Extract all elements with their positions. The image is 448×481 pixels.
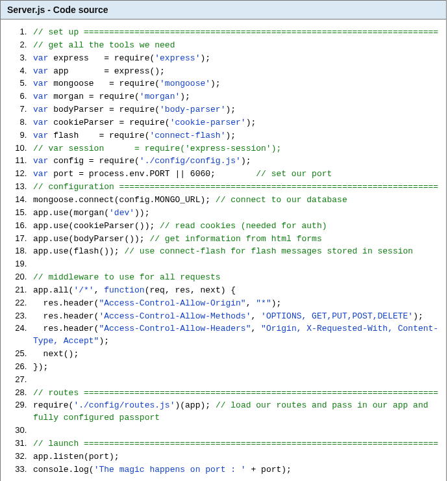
code-token: + port); [246, 465, 292, 474]
code-token: mongoose.connect(config.MONGO_URL); [33, 195, 216, 205]
code-line: var config = require('./config/config.js… [29, 155, 441, 168]
code-token: "*" [256, 298, 271, 308]
code-token: app.listen(port); [33, 452, 119, 462]
code-token: var [33, 131, 48, 140]
code-token: './config/routes.js' [73, 400, 175, 410]
code-token: , [246, 298, 256, 308]
code-token: }); [33, 362, 48, 372]
code-token: // set up ==============================… [33, 27, 438, 37]
code-token: // get information from html forms [149, 234, 321, 244]
code-token: var [33, 53, 48, 63]
code-line [29, 374, 441, 387]
code-line: }); [29, 361, 441, 374]
code-token: ); [241, 156, 251, 166]
code-token: var [33, 169, 48, 179]
code-token: (req, res, next) { [145, 285, 236, 295]
code-token: ); [246, 118, 256, 127]
code-token: morgan = require( [48, 92, 139, 101]
code-line: app.all('/*', function(req, res, next) { [29, 284, 441, 297]
code-token: port = process.env.PORT || 6060; [48, 169, 256, 179]
code-token: var [33, 118, 48, 127]
code-list: // set up ==============================… [6, 26, 441, 476]
code-token: var [33, 156, 48, 166]
code-line: var app = express(); [29, 65, 441, 78]
code-token: bodyParser = require( [48, 105, 160, 114]
code-token [33, 426, 38, 436]
code-token: console.log( [33, 465, 94, 474]
code-line: var cookieParser = require('cookie-parse… [29, 116, 441, 129]
code-token: 'mongoose' [160, 79, 210, 88]
code-token: function [104, 285, 144, 295]
code-token: var [33, 66, 48, 76]
code-line: var port = process.env.PORT || 6060; // … [29, 168, 441, 181]
code-token: ); [225, 105, 236, 114]
code-token: , [251, 324, 261, 333]
panel-title: Server.js - Code source [7, 5, 108, 15]
code-token: // launch ==============================… [33, 439, 438, 448]
code-token: app.use(bodyParser()); [33, 234, 149, 244]
code-token: // var session = require('express-sessio… [33, 144, 281, 153]
code-token: '/*' [73, 285, 93, 295]
code-line: // var session = require('express-sessio… [29, 142, 441, 155]
code-token: express = require( [48, 53, 155, 63]
code-token: // middleware to use for all requests [33, 272, 221, 282]
code-line: app.use(flash()); // use connect-flash f… [29, 245, 441, 258]
code-line: var mongoose = require('mongoose'); [29, 77, 441, 90]
code-line: res.header("Access-Control-Allow-Origin"… [29, 297, 441, 310]
code-token: ); [99, 336, 109, 346]
code-token: app.use(flash()); [33, 246, 124, 256]
code-token: 'morgan' [140, 92, 180, 101]
code-token: , [251, 311, 261, 321]
code-token: app.use(morgan( [33, 208, 109, 218]
code-token: )); [134, 208, 149, 218]
code-token: mongoose = require( [48, 79, 160, 88]
code-line: require('./config/routes.js')(app); // l… [29, 399, 441, 424]
code-line: app.listen(port); [29, 450, 441, 463]
code-token: ); [210, 79, 221, 88]
code-area: // set up ==============================… [1, 20, 446, 481]
code-token [33, 259, 38, 269]
code-token: var [33, 105, 48, 114]
code-line: // routes ==============================… [29, 387, 441, 400]
code-line: var morgan = require('morgan'); [29, 90, 441, 103]
code-token: )(app); [175, 400, 215, 410]
code-token: // use connect-flash for flash messages … [124, 246, 413, 256]
code-token: // routes ==============================… [33, 388, 438, 398]
code-token: "Access-Control-Allow-Headers" [99, 324, 251, 333]
code-token [33, 375, 38, 385]
code-token: res.header( [33, 311, 99, 321]
code-token: // read cookies (needed for auth) [160, 221, 327, 231]
code-token: next(); [33, 349, 79, 359]
code-panel: Server.js - Code source // set up ======… [0, 0, 447, 481]
code-token: var [33, 79, 48, 88]
code-line: res.header("Access-Control-Allow-Headers… [29, 322, 441, 348]
code-token: 'The magic happens on port : ' [94, 465, 246, 474]
code-token: ); [225, 131, 236, 140]
code-line: var express = require('express'); [29, 52, 441, 65]
code-token: ); [413, 311, 423, 321]
code-token: 'express' [155, 53, 200, 63]
code-line [29, 258, 441, 271]
code-token: './config/config.js' [140, 156, 241, 166]
code-token: res.header( [33, 298, 99, 308]
code-line: // configuration =======================… [29, 181, 441, 194]
code-token: var [33, 92, 48, 101]
code-token: ); [200, 53, 210, 63]
code-token: 'connect-flash' [149, 131, 225, 140]
code-line: var bodyParser = require('body-parser'); [29, 103, 441, 116]
code-token: cookieParser = require( [48, 118, 169, 127]
code-token: // configuration =======================… [33, 182, 438, 192]
code-token: , [94, 285, 105, 295]
code-line: app.use(morgan('dev')); [29, 207, 441, 220]
code-token: res.header( [33, 324, 99, 333]
code-line: console.log('The magic happens on port :… [29, 463, 441, 476]
code-token: flash = require( [48, 131, 149, 140]
code-line: mongoose.connect(config.MONGO_URL); // c… [29, 194, 441, 207]
code-line: // middleware to use for all requests [29, 271, 441, 284]
code-token: config = require( [48, 156, 139, 166]
code-line: var flash = require('connect-flash'); [29, 129, 441, 142]
code-token: require( [33, 400, 73, 410]
code-token: 'body-parser' [160, 105, 225, 114]
code-token: 'dev' [109, 208, 134, 218]
code-token: // set our port [256, 169, 332, 179]
